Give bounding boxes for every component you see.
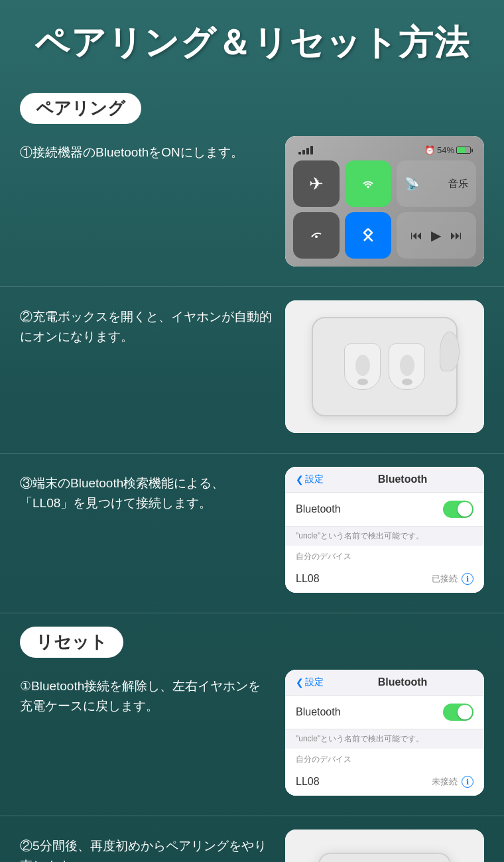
settings-header-2: ❮ 設定 Bluetooth [285,670,484,696]
pairing-step2-image [285,300,484,433]
music-widget: 📡 音乐 [397,160,476,207]
pairing-step3-row: ③端末のBluetooth検索機能による、「LL08」を見つけて接続します。 ❮… [20,467,484,593]
reset-step2-image [285,830,484,862]
music-icon: 📡 [405,176,419,191]
ios-status-bar: ⏰ 54% [293,144,476,160]
back-label: 設定 [305,473,324,485]
pairing-step2-row: ②充電ボックスを開くと、イヤホンが自動的にオンになります。 [20,300,484,433]
airplane-mode-btn[interactable]: ✈ [293,160,340,207]
pairing-step1-text: ①接続機器のBluetoothをONにします。 [20,136,272,162]
info-icon[interactable]: ℹ [462,573,473,585]
pairing-label: ペアリング [20,93,141,124]
back-label-2: 設定 [305,676,324,688]
right-earbud [389,343,425,390]
connection-status-text: 已接続 [432,573,458,585]
disconnection-status-text: 未接続 [432,776,458,788]
bluetooth-title-2: Bluetooth [332,676,473,688]
charging-case-closed [285,830,484,862]
back-button-2[interactable]: ❮ 設定 [296,676,324,688]
earbuds-case-body [312,317,458,416]
playback-controls: ⏮ ▶ ⏭ [397,212,476,259]
device-section-label: 自分のデバイス [285,546,484,565]
pairing-step1-row: ①接続機器のBluetoothをONにします。 ⏰ 54% [20,136,484,267]
bluetooth-toggle-row: Bluetooth [285,493,484,526]
device-name: LL08 [296,573,320,585]
back-chevron-icon: ❮ [296,474,304,485]
device-section-label-2: 自分のデバイス [285,749,484,768]
reset-step1-text: ①Bluetooth接続を解除し、左右イヤホンを充電ケースに戻します。 [20,670,272,717]
battery-percent: 54% [437,145,454,155]
signal-icon [298,146,313,154]
bluetooth-toggle-2[interactable] [443,704,473,721]
left-earbud [344,343,381,390]
cellular-btn[interactable] [293,212,340,259]
wifi-btn[interactable] [345,160,391,207]
page-title: ペアリング＆リセット方法 [0,0,504,80]
earbud-hook [440,332,460,371]
reset-step2-section: ②5分間後、再度初めからペアリングをやり直します。 [0,816,504,862]
settings-header: ❮ 設定 Bluetooth [285,467,484,493]
earbuds-open-case [285,300,484,433]
reset-section: リセット ①Bluetooth接続を解除し、左右イヤホンを充電ケースに戻します。… [0,613,504,816]
pairing-step3-image: ❮ 設定 Bluetooth Bluetooth "uncle"という名前で検出… [285,467,484,593]
battery-fill [457,147,465,153]
ios-control-center: ⏰ 54% ✈ [285,136,484,267]
back-button[interactable]: ❮ 設定 [296,473,324,485]
device-row-2[interactable]: LL08 未接続 ℹ [285,768,484,796]
pairing-step2-text: ②充電ボックスを開くと、イヤホンが自動的にオンになります。 [20,300,272,347]
svg-point-3 [315,235,318,238]
battery-indicator: ⏰ 54% [424,145,471,155]
bluetooth-toggle-label-2: Bluetooth [296,706,341,718]
device-name-2: LL08 [296,776,320,788]
rewind-icon[interactable]: ⏮ [410,229,422,243]
bluetooth-toggle-label: Bluetooth [296,503,341,515]
reset-label: リセット [20,627,123,658]
svg-point-1 [367,186,369,188]
bluetooth-settings-screen2: ❮ 設定 Bluetooth Bluetooth "uncle"という名前で検出… [285,670,484,796]
reset-step1-image: ❮ 設定 Bluetooth Bluetooth "uncle"という名前で検出… [285,670,484,796]
fast-forward-icon[interactable]: ⏭ [450,229,462,243]
info-icon-2[interactable]: ℹ [462,776,473,788]
bluetooth-sublabel: "uncle"という名前で検出可能です。 [285,526,484,546]
battery-bar [456,147,471,154]
battery-alarm-icon: ⏰ [424,145,435,155]
bluetooth-title: Bluetooth [332,473,473,485]
pairing-step3-text: ③端末のBluetooth検索機能による、「LL08」を見つけて接続します。 [20,467,272,514]
bluetooth-sublabel-2: "uncle"という名前で検出可能です。 [285,729,484,749]
reset-step2-row: ②5分間後、再度初めからペアリングをやり直します。 [20,830,484,862]
pairing-step2-section: ②充電ボックスを開くと、イヤホンが自動的にオンになります。 [0,287,504,454]
disconnection-status: 未接続 ℹ [432,776,473,788]
bluetooth-settings-screen1: ❮ 設定 Bluetooth Bluetooth "uncle"という名前で検出… [285,467,484,593]
pairing-step1-image: ⏰ 54% ✈ [285,136,484,267]
pairing-section: ペアリング ①接続機器のBluetoothをONにします。 ⏰ 54% [0,80,504,287]
reset-step2-text: ②5分間後、再度初めからペアリングをやり直します。 [20,830,272,862]
device-row-1[interactable]: LL08 已接続 ℹ [285,565,484,593]
bluetooth-toggle[interactable] [443,501,473,518]
reset-step1-row: ①Bluetooth接続を解除し、左右イヤホンを充電ケースに戻します。 ❮ 設定… [20,670,484,796]
bluetooth-toggle-row-2: Bluetooth [285,696,484,729]
music-label: 音乐 [448,178,468,190]
case-body [318,853,451,862]
back-chevron-icon-2: ❮ [296,677,304,688]
connection-status: 已接続 ℹ [432,573,473,585]
pairing-step3-section: ③端末のBluetooth検索機能による、「LL08」を見つけて接続します。 ❮… [0,454,504,613]
play-icon[interactable]: ▶ [431,227,441,243]
bluetooth-btn[interactable] [345,212,391,259]
